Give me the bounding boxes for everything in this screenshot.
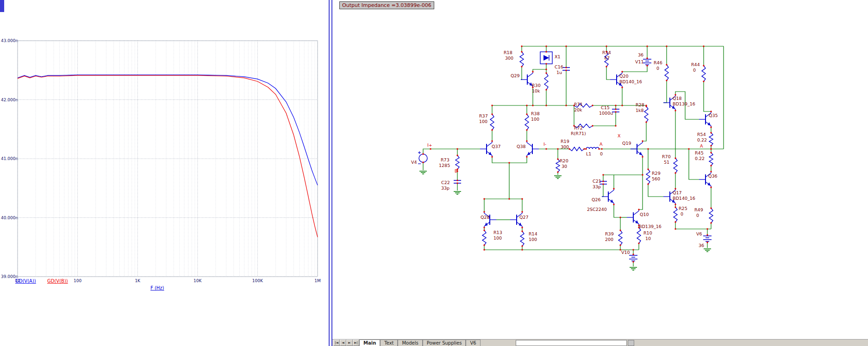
- schematic-label[interactable]: Q17: [673, 190, 682, 195]
- wire[interactable]: [704, 81, 711, 111]
- wire[interactable]: [521, 67, 522, 80]
- tab-scroll-button-2[interactable]: ◄: [340, 340, 346, 346]
- horizontal-scrollbar[interactable]: [516, 340, 627, 346]
- plot-canvas[interactable]: 101001K10K100K1M43.000n42.000n41.000n40.…: [0, 0, 329, 346]
- resistor-R70[interactable]: [674, 158, 677, 173]
- schematic-label[interactable]: R70: [662, 154, 671, 159]
- resistor-R14[interactable]: [520, 231, 524, 246]
- schematic-label[interactable]: V11: [635, 59, 644, 64]
- schematic-label[interactable]: V6: [696, 231, 702, 236]
- schematic-label[interactable]: R38: [531, 111, 540, 116]
- schematic-label[interactable]: 1u: [556, 70, 562, 75]
- schematic-label[interactable]: R44: [691, 62, 700, 67]
- transistor-Q10[interactable]: [627, 210, 639, 225]
- schematic-label[interactable]: 100: [479, 119, 487, 124]
- schematic-label[interactable]: 0: [656, 66, 659, 71]
- resistor-R45[interactable]: [709, 153, 713, 166]
- resistor-R18[interactable]: [520, 52, 524, 67]
- resistor-R20[interactable]: [556, 159, 560, 172]
- schematic-label[interactable]: 100: [531, 117, 539, 122]
- resistor-R19[interactable]: [569, 147, 584, 151]
- schematic-label[interactable]: R10: [643, 230, 652, 235]
- schematic-label[interactable]: 0: [696, 213, 699, 218]
- schematic-label[interactable]: R71: [574, 102, 583, 107]
- schematic-label[interactable]: R19: [561, 139, 569, 144]
- wire[interactable]: [663, 80, 667, 103]
- resistor-R38[interactable]: [525, 114, 529, 130]
- schematic-label[interactable]: R34: [602, 50, 611, 55]
- wire[interactable]: [533, 69, 546, 72]
- schematic-label[interactable]: Q37: [492, 144, 501, 149]
- schematic-label[interactable]: R54: [697, 132, 706, 137]
- schematic-label[interactable]: 0: [681, 211, 683, 216]
- battery-V6[interactable]: [703, 235, 712, 242]
- schematic-label[interactable]: R13: [493, 230, 502, 235]
- inductor-L1[interactable]: [586, 148, 599, 149]
- wire[interactable]: [602, 184, 603, 197]
- page-tab-models[interactable]: Models: [398, 340, 422, 346]
- schematic-label[interactable]: 36: [699, 243, 704, 248]
- schematic-label[interactable]: Q28: [481, 215, 490, 220]
- schematic-label[interactable]: C21: [593, 179, 601, 184]
- transistor-Q29[interactable]: [521, 72, 533, 87]
- wire[interactable]: [423, 149, 480, 154]
- subcircuit-box-X1[interactable]: [540, 52, 552, 64]
- resistor-R44[interactable]: [702, 66, 706, 81]
- wire[interactable]: [639, 175, 643, 210]
- schematic-label[interactable]: BD139_16: [673, 101, 695, 106]
- node-label[interactable]: X: [618, 133, 621, 138]
- page-tab-main[interactable]: Main: [359, 340, 380, 346]
- tab-scroll-button-4[interactable]: ►|: [353, 340, 359, 346]
- schematic-label[interactable]: V4: [411, 160, 417, 165]
- schematic-label[interactable]: Q38: [517, 144, 526, 149]
- schematic-label[interactable]: R29: [652, 171, 661, 176]
- resistor-R73[interactable]: [456, 155, 459, 169]
- schematic-label[interactable]: 47: [604, 56, 610, 61]
- resistor-R29[interactable]: [646, 169, 650, 184]
- schematic-label[interactable]: C22: [441, 180, 450, 185]
- schematic-label[interactable]: R49: [694, 207, 703, 212]
- wire[interactable]: [648, 184, 663, 197]
- schematic-label[interactable]: 51: [664, 160, 669, 165]
- wire[interactable]: [643, 122, 646, 141]
- schematic-canvas[interactable]: R18300X1C161uQ29R3010kR3447Q20BD140_1636…: [332, 0, 868, 346]
- schematic-label[interactable]: Q18: [673, 96, 682, 101]
- battery-V11[interactable]: [643, 58, 651, 66]
- schematic-label[interactable]: Q29: [511, 73, 520, 78]
- tab-scroll-button-3[interactable]: ►: [346, 340, 353, 346]
- node-label[interactable]: B: [455, 168, 458, 173]
- page-tab-power-supplies[interactable]: Power Supplies: [423, 340, 466, 346]
- resistor-R30[interactable]: [544, 73, 548, 90]
- schematic-label[interactable]: 30: [562, 164, 567, 169]
- schematic-label[interactable]: 0: [600, 151, 603, 156]
- resistor-R13[interactable]: [482, 230, 486, 245]
- schematic-label[interactable]: Q10: [640, 212, 649, 217]
- node-label[interactable]: A: [700, 143, 703, 148]
- transistor-Q37[interactable]: [480, 141, 492, 157]
- schematic-label[interactable]: R28: [636, 102, 644, 107]
- schematic-label[interactable]: 1000u: [599, 111, 613, 116]
- schematic-label[interactable]: Q27: [519, 215, 529, 220]
- schematic-label[interactable]: Q19: [622, 141, 631, 146]
- node-label[interactable]: I+: [427, 142, 432, 148]
- schematic-label[interactable]: 33p: [441, 185, 450, 191]
- schematic-label[interactable]: X1: [555, 54, 561, 59]
- schematic-label[interactable]: R25: [679, 206, 687, 211]
- schematic-label[interactable]: 0: [693, 68, 696, 73]
- schematic-label[interactable]: 560: [652, 176, 660, 181]
- page-tab-v6[interactable]: V6: [466, 340, 480, 346]
- page-tab-text[interactable]: Text: [380, 340, 398, 346]
- schematic-label[interactable]: BD140_16: [619, 79, 642, 84]
- schematic-label[interactable]: R14: [529, 231, 537, 236]
- schematic-label[interactable]: 300: [561, 144, 569, 149]
- schematic-label[interactable]: Q20: [619, 74, 629, 79]
- wire[interactable]: [675, 222, 711, 229]
- schematic-label[interactable]: R37: [479, 113, 488, 118]
- schematic-label[interactable]: 100: [529, 237, 537, 242]
- resistor-R39[interactable]: [618, 230, 622, 245]
- schematic-label[interactable]: R72: [574, 125, 583, 130]
- resistor-R28[interactable]: [644, 106, 648, 122]
- schematic-label[interactable]: 100: [493, 235, 502, 241]
- schematic-label[interactable]: R39: [605, 231, 614, 236]
- schematic-label[interactable]: 2SC2240: [587, 207, 607, 212]
